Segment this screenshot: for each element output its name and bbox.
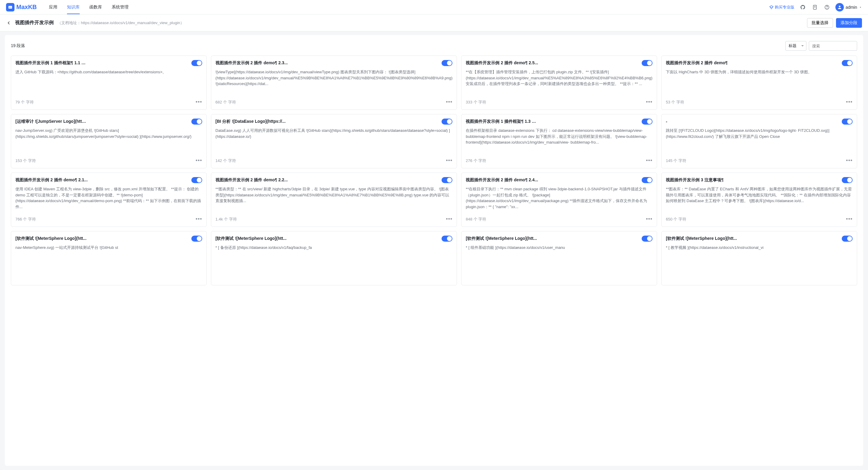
segment-toggle[interactable]	[842, 177, 852, 183]
card-body: 下面以 HighCharts 中 3D 饼图为例，详细描述如何使用插件框架开发一…	[666, 69, 852, 95]
user-menu[interactable]: admin	[835, 3, 862, 11]
card-body: nav-MeterSphere.svg) 一站式开源持续测试平台 ![GitHu…	[16, 245, 202, 281]
char-count: 142 个 字符	[216, 158, 236, 163]
segment-card[interactable]: 视图插件开发示例 1 插件框架¶ 1.1 获... 进入 GitHub 下载源码…	[11, 56, 207, 110]
svg-point-1	[9, 7, 10, 7]
card-body: 进入 GitHub 下载源码：<https://github.com/datae…	[16, 69, 202, 95]
topbar-right: 购买专业版 admin	[769, 3, 862, 11]
char-count: 145 个 字符	[666, 158, 686, 163]
card-title: [软件测试 ![MeterSphere Logo](htt...	[16, 236, 87, 241]
card-title: 视图插件开发示例 2 插件 demo¶	[666, 60, 728, 66]
card-title: 视图插件开发示例 1 插件框架¶ 1.1 获...	[16, 60, 88, 66]
char-count: 333 个 字符	[466, 99, 486, 105]
nav-apps[interactable]: 应用	[49, 0, 57, 14]
nav-functions[interactable]: 函数库	[89, 0, 102, 14]
segment-toggle[interactable]	[642, 236, 652, 242]
segment-card[interactable]: [运维审计 ![JumpServer Logo](http... nav-Jum…	[11, 114, 207, 168]
card-body: **图表类型：** 在 src/view/ 新建 highcharts/3dpi…	[216, 186, 453, 212]
more-icon[interactable]: •••	[846, 157, 852, 164]
segment-card[interactable]: [BI 分析 ![DataEase Logo](https://... Data…	[211, 114, 457, 168]
svg-rect-0	[8, 6, 12, 8]
card-body: 跳转至 [![FIT2CLOUD Logo](https://dataease.…	[666, 128, 852, 153]
segment-toggle[interactable]	[441, 177, 453, 183]
char-count: 848 个 字符	[466, 217, 486, 222]
more-icon[interactable]: •••	[646, 216, 652, 222]
segment-card[interactable]: 视图插件开发示例 2 插件 demo¶ 2.2... **图表类型：** 在 s…	[211, 173, 457, 227]
search-input[interactable]	[809, 41, 857, 51]
svg-point-2	[10, 7, 11, 7]
help-icon[interactable]	[823, 4, 831, 11]
more-icon[interactable]: •••	[646, 99, 652, 105]
card-title: 视图插件开发示例 2 插件 demo¶ 2.3...	[216, 60, 288, 66]
add-segment-button[interactable]: 添加分段	[836, 18, 862, 28]
segment-toggle[interactable]	[642, 119, 652, 125]
card-title: [BI 分析 ![DataEase Logo](https://...	[216, 119, 286, 124]
card-title: 视图插件开发示例 2 插件 demo¶ 2.1...	[16, 177, 88, 183]
char-count: 276 个 字符	[466, 158, 486, 163]
content: 19 段落 标题 视图插件开发示例 1 插件框架¶ 1.1 获... 进入 Gi…	[5, 35, 863, 466]
back-button[interactable]	[6, 20, 11, 26]
segment-card[interactable]: [软件测试 ![MeterSphere Logo](htt... * [ 教学视…	[661, 231, 857, 285]
segment-card[interactable]: 视图插件开发示例 1 插件框架¶ 1.3 运... 在插件框架根目录 datae…	[461, 114, 657, 168]
more-icon[interactable]: •••	[646, 157, 652, 164]
card-body: **图表库：** DataEase 内置了 ECharts 和 AntV 两种图…	[666, 186, 852, 212]
doc-meta: （文档地址：https://dataease.io/docs/v1/dev_ma…	[57, 20, 184, 26]
segment-grid: 视图插件开发示例 1 插件框架¶ 1.1 获... 进入 GitHub 下载源码…	[11, 56, 857, 285]
docs-icon[interactable]	[811, 4, 818, 11]
card-body: * [ 组件基础功能 ](https://dataease.io/docs/v1…	[466, 245, 652, 281]
segment-toggle[interactable]	[441, 60, 453, 66]
char-count: 766 个 字符	[16, 217, 36, 222]
segment-card[interactable]: - 跳转至 [![FIT2CLOUD Logo](https://dataeas…	[661, 114, 857, 168]
segment-toggle[interactable]	[642, 177, 652, 183]
logo[interactable]: MaxKB	[6, 3, 37, 11]
segment-toggle[interactable]	[642, 60, 652, 66]
segment-toggle[interactable]	[191, 60, 202, 66]
card-title: [软件测试 ![MeterSphere Logo](htt...	[216, 236, 287, 241]
segment-count: 19 段落	[11, 43, 25, 49]
card-title: 视图插件开发示例 1 插件框架¶ 1.3 运...	[466, 119, 538, 124]
nav-knowledge[interactable]: 知识库	[67, 0, 80, 14]
more-icon[interactable]: •••	[446, 99, 453, 105]
segment-toggle[interactable]	[842, 236, 852, 242]
card-title: [软件测试 ![MeterSphere Logo](htt...	[666, 236, 737, 241]
segment-toggle[interactable]	[191, 119, 202, 125]
more-icon[interactable]: •••	[195, 99, 202, 105]
segment-card[interactable]: 视图插件开发示例 3 注意事项¶ **图表库：** DataEase 内置了 E…	[661, 173, 857, 227]
segment-toggle[interactable]	[191, 177, 202, 183]
segment-card[interactable]: 视图插件开发示例 2 插件 demo¶ 2.1... 使用 IDEA 创建 Ma…	[11, 173, 207, 227]
card-body: ![viewType](https://dataease.io/docs/v1/…	[216, 69, 453, 95]
more-icon[interactable]: •••	[195, 216, 202, 222]
segment-card[interactable]: [软件测试 ![MeterSphere Logo](htt... nav-Met…	[11, 231, 207, 285]
more-icon[interactable]: •••	[846, 216, 852, 222]
segment-card[interactable]: 视图插件开发示例 2 插件 demo¶ 2.4... **在根目录下执行：** …	[461, 173, 657, 227]
segment-toggle[interactable]	[842, 60, 852, 66]
card-body: **在根目录下执行：** mvn clean package 得到 view-3…	[466, 186, 652, 212]
card-body: DataEase.svg) 人人可用的开源数据可视化分析工具 ![GitHub …	[216, 128, 453, 153]
segment-toggle[interactable]	[441, 119, 453, 125]
segment-card[interactable]: 视图插件开发示例 2 插件 demo¶ 下面以 HighCharts 中 3D …	[661, 56, 857, 110]
brand-text: MaxKB	[16, 4, 37, 10]
card-body: 在插件框架根目录 dataease-extensions 下执行： cd dat…	[466, 128, 652, 153]
github-icon[interactable]	[799, 4, 806, 11]
segment-card[interactable]: 视图插件开发示例 2 插件 demo¶ 2.3... ![viewType](h…	[211, 56, 457, 110]
nav-system[interactable]: 系统管理	[112, 0, 129, 14]
card-body: 使用 IDEA 创建 Maven 工程名为 view-3dpie，删除 src，…	[16, 186, 202, 212]
card-body: nav-JumpServer.svg) 广受欢迎的开源堡垒机 ![GitHub …	[16, 128, 202, 153]
card-body: **在【系统管理】插件管理安装插件，上传已打包的 plugin.zip 文件。*…	[466, 69, 652, 95]
char-count: 1.4k 个 字符	[216, 217, 237, 222]
card-title: 视图插件开发示例 2 插件 demo¶ 2.2...	[216, 177, 288, 183]
more-icon[interactable]: •••	[195, 157, 202, 164]
segment-toggle[interactable]	[441, 236, 453, 242]
more-icon[interactable]: •••	[446, 157, 453, 164]
more-icon[interactable]: •••	[446, 216, 453, 222]
segment-toggle[interactable]	[191, 236, 202, 242]
segment-card[interactable]: 视图插件开发示例 2 插件 demo¶ 2.5... **在【系统管理】插件管理…	[461, 56, 657, 110]
segment-card[interactable]: [软件测试 ![MeterSphere Logo](htt... * [ 备份还…	[211, 231, 457, 285]
batch-select-button[interactable]: 批量选择	[807, 18, 833, 28]
segment-card[interactable]: [软件测试 ![MeterSphere Logo](htt... * [ 组件基…	[461, 231, 657, 285]
card-body: * [ 教学视频 ](https://dataease.io/docs/v1/i…	[666, 245, 852, 281]
sort-select[interactable]: 标题	[785, 41, 806, 51]
segment-toggle[interactable]	[842, 119, 852, 125]
buy-pro-link[interactable]: 购买专业版	[769, 4, 794, 10]
more-icon[interactable]: •••	[846, 99, 852, 105]
